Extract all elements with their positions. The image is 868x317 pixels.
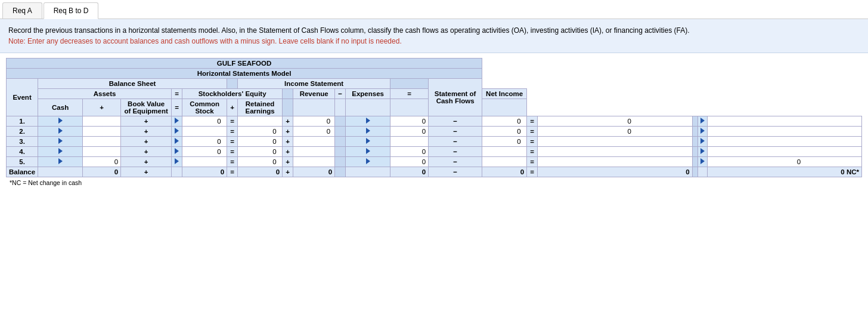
bookval-4-input[interactable] xyxy=(188,158,221,165)
netincome-2[interactable] xyxy=(538,137,692,147)
netincome-1-input[interactable] xyxy=(599,128,631,135)
netincome-4-input[interactable] xyxy=(599,158,631,165)
separator xyxy=(692,137,698,147)
bookval-2[interactable] xyxy=(182,137,227,147)
common-3-input[interactable] xyxy=(244,148,277,155)
cash-1[interactable] xyxy=(83,127,121,137)
cashflows-2[interactable] xyxy=(707,137,861,147)
expenses-2-input[interactable] xyxy=(488,138,521,145)
expenses-0[interactable] xyxy=(482,116,527,127)
bookval-3[interactable] xyxy=(182,147,227,157)
common-0[interactable] xyxy=(238,116,283,127)
retained-2-input[interactable] xyxy=(297,138,330,145)
common-4-input[interactable] xyxy=(244,158,277,165)
cashflows-4-input[interactable] xyxy=(768,158,801,165)
common-2[interactable] xyxy=(238,137,283,147)
revenue-0[interactable] xyxy=(390,116,429,127)
tab-req-b-to-d[interactable]: Req B to D xyxy=(44,2,99,19)
bookval-3-input[interactable] xyxy=(188,148,221,155)
event-cell-1: 2. xyxy=(7,127,38,137)
revenue-2[interactable] xyxy=(390,137,429,147)
cashflows-2-input[interactable] xyxy=(768,138,801,145)
cash-0[interactable] xyxy=(83,116,121,127)
netincome-0-input[interactable] xyxy=(599,118,631,125)
tab-req-a[interactable]: Req A xyxy=(2,2,42,19)
revenue-4-input[interactable] xyxy=(393,158,426,165)
common-1[interactable] xyxy=(238,127,283,137)
bookval-1[interactable] xyxy=(182,127,227,137)
plus-5: + xyxy=(121,167,172,177)
eq1-0: = xyxy=(227,116,238,127)
cash-0-input[interactable] xyxy=(85,118,118,125)
netincome-3[interactable] xyxy=(538,147,692,157)
expenses-1-input[interactable] xyxy=(488,128,521,135)
cashflows-1-input[interactable] xyxy=(768,128,801,135)
expenses-4-input[interactable] xyxy=(488,158,521,165)
revenue-4[interactable] xyxy=(390,157,429,167)
plus2-0: + xyxy=(283,116,293,127)
retained-0[interactable] xyxy=(293,116,335,127)
expenses-2[interactable] xyxy=(482,137,527,147)
retained-4-input[interactable] xyxy=(297,158,330,165)
revenue-3[interactable] xyxy=(390,147,429,157)
common-0-input[interactable] xyxy=(244,118,277,125)
cash-3[interactable] xyxy=(83,147,121,157)
expenses-header: Expenses xyxy=(346,89,390,99)
revenue-0-input[interactable] xyxy=(393,118,426,125)
separator xyxy=(335,116,346,127)
revenue-5: 0 xyxy=(390,167,429,177)
cash-3-input[interactable] xyxy=(85,148,118,155)
expenses-1[interactable] xyxy=(482,127,527,137)
cashflows-4[interactable] xyxy=(707,157,861,167)
retained-2[interactable] xyxy=(293,137,335,147)
revenue-1-input[interactable] xyxy=(393,128,426,135)
common-1-input[interactable] xyxy=(244,128,277,135)
minus-0: − xyxy=(429,116,482,127)
minus-3: − xyxy=(429,147,482,157)
balance-sheet-header: Balance Sheet xyxy=(38,79,227,89)
arrow-cash-1 xyxy=(38,127,83,137)
plus2-5: + xyxy=(283,167,293,177)
cash-2-input[interactable] xyxy=(85,138,118,145)
bookval-1-input[interactable] xyxy=(188,128,221,135)
eq1-2: = xyxy=(227,137,238,147)
expenses-4[interactable] xyxy=(482,157,527,167)
cash-4-input[interactable] xyxy=(85,158,118,165)
cash-1-input[interactable] xyxy=(85,128,118,135)
cashflows-0-input[interactable] xyxy=(768,118,801,125)
retained-3-input[interactable] xyxy=(297,148,330,155)
netincome-3-input[interactable] xyxy=(599,148,631,155)
plus2-4: + xyxy=(283,157,293,167)
retained-0-input[interactable] xyxy=(297,118,330,125)
bookval-4[interactable] xyxy=(182,157,227,167)
netincome-2-input[interactable] xyxy=(599,138,631,145)
common-4[interactable] xyxy=(238,157,283,167)
bookval-0[interactable] xyxy=(182,116,227,127)
retained-1-input[interactable] xyxy=(297,128,330,135)
expenses-0-input[interactable] xyxy=(488,118,521,125)
plus-3: + xyxy=(121,147,172,157)
common-3[interactable] xyxy=(238,147,283,157)
retained-1[interactable] xyxy=(293,127,335,137)
retained-3[interactable] xyxy=(293,147,335,157)
revenue-2-input[interactable] xyxy=(393,138,426,145)
bookval-0-input[interactable] xyxy=(188,118,221,125)
netincome-4[interactable] xyxy=(538,157,692,167)
expenses-3[interactable] xyxy=(482,147,527,157)
expenses-3-input[interactable] xyxy=(488,148,521,155)
event-cell-5: Balance xyxy=(7,167,38,177)
revenue-1[interactable] xyxy=(390,127,429,137)
cash-2[interactable] xyxy=(83,137,121,147)
cashflows-3[interactable] xyxy=(707,147,861,157)
bookval-2-input[interactable] xyxy=(188,138,221,145)
retained-4[interactable] xyxy=(293,157,335,167)
netincome-0[interactable] xyxy=(538,116,692,127)
cashflows-1[interactable] xyxy=(707,127,861,137)
cashflows-3-input[interactable] xyxy=(768,148,801,155)
cash-4[interactable] xyxy=(83,157,121,167)
netincome-1[interactable] xyxy=(538,127,692,137)
common-2-input[interactable] xyxy=(244,138,277,145)
cashflows-0[interactable] xyxy=(707,116,861,127)
revenue-3-input[interactable] xyxy=(393,148,426,155)
separator xyxy=(335,147,346,157)
